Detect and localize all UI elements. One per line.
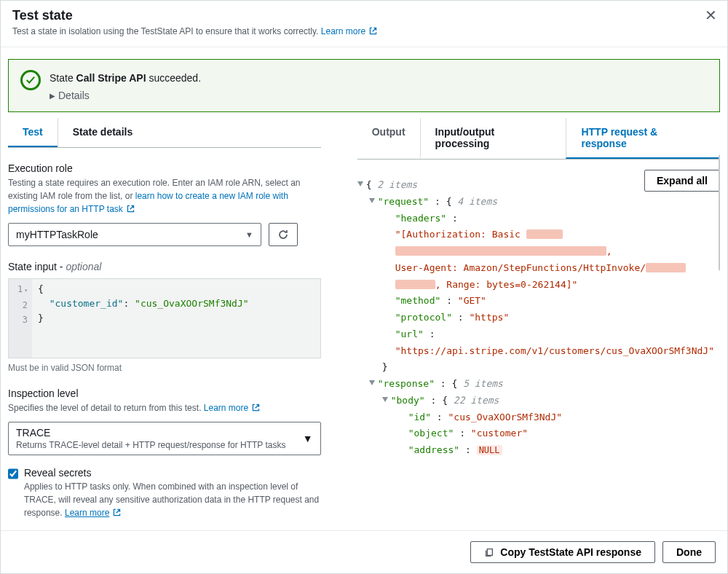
modal-footer: Copy TestState API response Done [1, 530, 727, 573]
refresh-icon [277, 229, 289, 240]
reveal-secrets-desc: Applies to HTTP tasks only. When combine… [24, 480, 321, 521]
execution-role-value: myHTTPTaskRole [16, 229, 98, 240]
success-alert: State Call Stripe API succeeded. ▶ Detai… [8, 59, 720, 112]
reveal-secrets-row: Reveal secrets Applies to HTTP tasks onl… [8, 467, 321, 521]
reveal-secrets-label: Reveal secrets [24, 467, 321, 479]
reveal-secrets-checkbox[interactable] [8, 468, 18, 479]
tab-state-details[interactable]: State details [58, 118, 147, 147]
state-input-section: State input - optional 123 { "customer_i… [8, 261, 321, 373]
execution-role-section: Execution role Testing a state requires … [8, 162, 321, 246]
refresh-roles-button[interactable] [269, 223, 298, 246]
external-link-icon [112, 508, 122, 521]
caret-down-icon: ▼ [303, 433, 313, 444]
toggle-icon[interactable] [382, 397, 388, 402]
right-panel: Output Input/output processing HTTP requ… [357, 112, 720, 530]
tab-http-request-response[interactable]: HTTP request & response [566, 118, 720, 159]
inspection-level-section: Inspection level Specifies the level of … [8, 388, 321, 455]
line-gutter: 123 [9, 279, 32, 358]
done-button[interactable]: Done [662, 541, 716, 563]
json-format-hint: Must be in valid JSON format [8, 363, 321, 373]
close-icon[interactable]: ✕ [705, 8, 717, 23]
left-panel: Test State details Execution role Testin… [8, 112, 321, 530]
inspection-level-select[interactable]: TRACE Returns TRACE-level detail + HTTP … [8, 422, 321, 455]
modal-subtitle: Test a state in isolation using the Test… [12, 26, 716, 38]
scrollbar[interactable] [719, 154, 720, 271]
alert-title: State Call Stripe API succeeded. [50, 72, 201, 84]
inspection-value: TRACE [16, 427, 285, 439]
copy-response-button[interactable]: Copy TestState API response [470, 541, 655, 563]
test-state-modal: Test state Test a state in isolation usi… [0, 0, 728, 574]
external-link-icon [251, 403, 261, 416]
inspection-subtext: Returns TRACE-level detail + HTTP reques… [16, 440, 285, 450]
modal-title: Test state [12, 8, 716, 23]
check-circle-icon [20, 70, 41, 90]
external-link-icon [126, 204, 135, 217]
inspection-learn-more-link[interactable]: Learn more [204, 403, 261, 413]
code-body[interactable]: { "customer_id": "cus_OvaXOOrSMf3NdJ" } [32, 279, 255, 358]
right-tabs: Output Input/output processing HTTP requ… [357, 118, 720, 160]
learn-more-link[interactable]: Learn more [321, 26, 378, 36]
alert-details-toggle[interactable]: ▶ Details [50, 90, 201, 101]
caret-right-icon: ▶ [50, 92, 55, 100]
inspection-level-desc: Specifies the level of detail to return … [8, 401, 321, 416]
tab-output[interactable]: Output [357, 118, 420, 159]
inspection-level-title: Inspection level [8, 388, 321, 399]
copy-icon [484, 547, 494, 557]
caret-down-icon: ▼ [245, 230, 253, 239]
toggle-icon[interactable] [369, 380, 375, 385]
reveal-learn-more-link[interactable]: Learn more [65, 508, 122, 518]
toggle-icon[interactable] [357, 181, 363, 186]
state-input-title: State input - optional [8, 261, 321, 272]
toggle-icon[interactable] [369, 198, 375, 203]
tab-io-processing[interactable]: Input/output processing [420, 118, 566, 159]
modal-header: Test state Test a state in isolation usi… [1, 1, 727, 47]
execution-role-title: Execution role [8, 162, 321, 174]
state-input-editor[interactable]: 123 { "customer_id": "cus_OvaXOOrSMf3NdJ… [8, 278, 321, 358]
left-tabs: Test State details [8, 118, 321, 148]
json-viewer[interactable]: { 2 items "request" : { 4 items "headers… [357, 177, 720, 459]
external-link-icon [368, 26, 378, 38]
tab-test[interactable]: Test [8, 118, 58, 147]
execution-role-desc: Testing a state requires an execution ro… [8, 176, 321, 217]
execution-role-select[interactable]: myHTTPTaskRole ▼ [8, 223, 261, 246]
